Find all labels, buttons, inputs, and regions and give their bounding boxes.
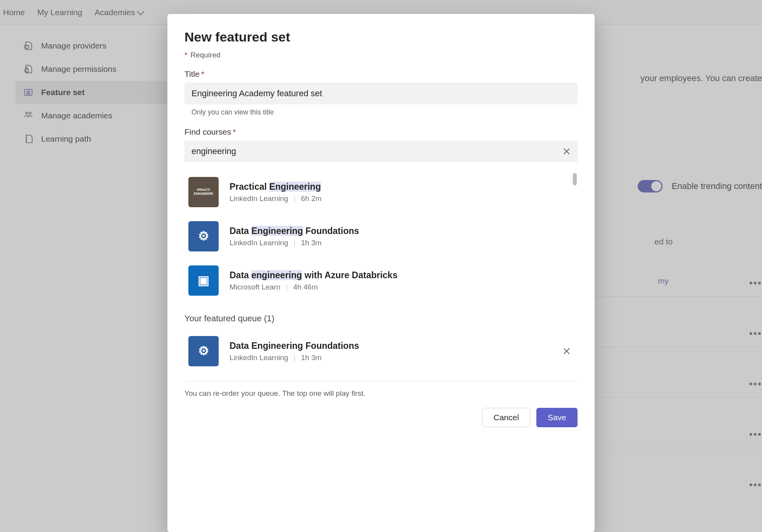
course-thumbnail: ⚙ [188,336,219,366]
course-meta: LinkedIn Learning|1h 3m [230,239,567,247]
course-result[interactable]: ▣ Data engineering with Azure Databricks… [184,258,571,303]
cancel-button[interactable]: Cancel [482,408,530,427]
new-featured-set-modal: New featured set *Required Title* Only y… [167,14,595,532]
course-title: Data Engineering Foundations [230,341,574,351]
title-label: Title* [184,69,578,79]
modal-overlay: New featured set *Required Title* Only y… [0,0,762,532]
course-meta: Microsoft Learn|4h 46m [230,283,567,291]
course-meta: LinkedIn Learning|6h 2m [230,194,567,203]
course-title: Practical Engineering [230,182,567,192]
title-input[interactable] [184,83,578,104]
clear-search-icon[interactable] [561,146,572,157]
divider [184,381,578,381]
search-results: PRACTI ENGINEERI Practical Engineering L… [184,170,578,303]
course-meta: LinkedIn Learning|1h 3m [230,354,574,362]
find-courses-label: Find courses* [184,127,578,137]
results-scrollbar[interactable] [573,173,577,185]
course-thumbnail: ⚙ [188,221,219,251]
course-result[interactable]: ⚙ Data Engineering Foundations LinkedIn … [184,214,571,258]
title-hint: Only you can view this title [191,108,578,116]
save-button[interactable]: Save [536,408,578,427]
remove-queue-item-icon[interactable] [561,346,572,357]
queue-heading: Your featured queue (1) [184,314,578,324]
find-courses-input[interactable] [184,140,578,162]
queue-item[interactable]: ⚙ Data Engineering Foundations LinkedIn … [184,329,578,373]
course-title: Data engineering with Azure Databricks [230,270,567,281]
course-thumbnail: PRACTI ENGINEERI [188,177,219,207]
reorder-note: You can re-order your queue. The top one… [184,389,578,398]
required-note: *Required [184,51,578,59]
course-title: Data Engineering Foundations [230,226,567,236]
modal-title: New featured set [184,29,578,45]
course-result[interactable]: PRACTI ENGINEERI Practical Engineering L… [184,170,571,214]
course-thumbnail: ▣ [188,265,219,296]
